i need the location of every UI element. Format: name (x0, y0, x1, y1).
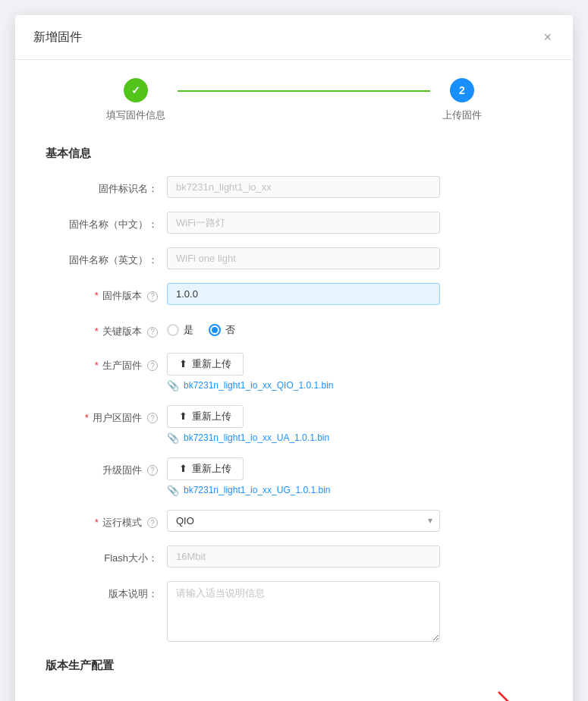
firmware-version-row: * 固件版本 ? (46, 283, 542, 305)
prod-firmware-control: ⬆ 重新上传 📎 bk7231n_light1_io_xx_QIO_1.0.1.… (167, 353, 440, 391)
prod-firmware-label: * 生产固件 ? (46, 353, 167, 373)
steps-container: ✓ 填写固件信息 2 上传固件 (46, 78, 542, 122)
step-2-label: 上传固件 (442, 108, 482, 122)
firmware-version-help-icon[interactable]: ? (147, 291, 158, 302)
step-2: 2 上传固件 (442, 78, 482, 122)
firmware-name-cn-input[interactable] (167, 212, 440, 234)
flash-size-label: Flash大小： (46, 545, 167, 566)
firmware-version-control (167, 283, 440, 305)
radio-no-circle (209, 324, 221, 336)
prod-firmware-upload-btn[interactable]: ⬆ 重新上传 (167, 353, 244, 376)
flash-size-control (167, 545, 440, 567)
firmware-id-control (167, 176, 440, 198)
step-1-label: 填写固件信息 (106, 108, 165, 122)
user-firmware-control: ⬆ 重新上传 📎 bk7231n_light1_io_xx_UA_1.0.1.b… (167, 405, 440, 444)
flash-size-input[interactable] (167, 545, 440, 567)
key-version-row: * 关键版本 ? 是 否 (46, 319, 542, 339)
firmware-version-label: * 固件版本 ? (46, 283, 167, 303)
paperclip-icon: 📎 (167, 380, 179, 391)
step-2-circle: 2 (450, 78, 474, 102)
firmware-name-cn-row: 固件名称（中文）： (46, 212, 542, 234)
section-prod-title: 版本生产配置 (46, 659, 542, 673)
section-basic-title: 基本信息 (46, 146, 542, 161)
paperclip-icon-3: 📎 (167, 485, 179, 496)
save-arrow-indicator (492, 686, 526, 702)
run-mode-help-icon[interactable]: ? (147, 517, 158, 528)
run-mode-select[interactable]: QIO DIO DOUT QOUT (167, 510, 440, 532)
firmware-name-cn-control (167, 212, 440, 234)
upgrade-firmware-file: 📎 bk7231n_light1_io_xx_UG_1.0.1.bin (167, 485, 440, 496)
version-desc-textarea[interactable] (167, 581, 440, 642)
firmware-name-cn-label: 固件名称（中文）： (46, 212, 167, 232)
paperclip-icon-2: 📎 (167, 432, 179, 444)
prod-firmware-row: * 生产固件 ? ⬆ 重新上传 📎 bk7231n_light1_io_xx_Q… (46, 353, 542, 391)
user-firmware-label: * 用户区固件 ? (46, 405, 167, 426)
run-mode-select-wrapper: QIO DIO DOUT QOUT (167, 510, 440, 532)
user-firmware-file: 📎 bk7231n_light1_io_xx_UA_1.0.1.bin (167, 432, 440, 444)
dialog-header: 新增固件 × (15, 15, 573, 60)
firmware-version-input[interactable] (167, 283, 440, 305)
upload-icon-3: ⬆ (179, 463, 187, 474)
key-version-control: 是 否 (167, 319, 440, 337)
upgrade-firmware-upload-btn[interactable]: ⬆ 重新上传 (167, 457, 244, 480)
firmware-id-label: 固件标识名： (46, 176, 167, 196)
step-2-symbol: 2 (459, 84, 465, 96)
firmware-id-input[interactable] (167, 176, 440, 198)
step-1-symbol: ✓ (131, 84, 140, 96)
run-mode-row: * 运行模式 ? QIO DIO DOUT QOUT (46, 510, 542, 532)
key-version-help-icon[interactable]: ? (147, 327, 158, 338)
upgrade-firmware-label: 升级固件 ? (46, 457, 167, 478)
version-desc-control (167, 581, 440, 645)
upgrade-firmware-help-icon[interactable]: ? (147, 465, 158, 476)
run-mode-label: * 运行模式 ? (46, 510, 167, 530)
step-line (178, 90, 430, 92)
step-1: ✓ 填写固件信息 (106, 78, 165, 122)
key-version-radio-group: 是 否 (167, 319, 440, 337)
user-firmware-row: * 用户区固件 ? ⬆ 重新上传 📎 bk7231n_light1_io_xx_… (46, 405, 542, 444)
flash-size-row: Flash大小： (46, 545, 542, 567)
firmware-name-en-control (167, 247, 440, 269)
dialog-body: ✓ 填写固件信息 2 上传固件 基本信息 固件标识名： (15, 60, 573, 701)
prod-firmware-file: 📎 bk7231n_light1_io_xx_QIO_1.0.1.bin (167, 380, 440, 391)
key-version-label: * 关键版本 ? (46, 319, 167, 339)
version-desc-label: 版本说明： (46, 581, 167, 602)
radio-no-dot (212, 327, 218, 333)
key-version-yes[interactable]: 是 (167, 323, 193, 337)
firmware-name-en-row: 固件名称（英文）： (46, 247, 542, 269)
upload-icon-2: ⬆ (179, 410, 187, 422)
svg-line-1 (498, 692, 518, 702)
step-1-circle: ✓ (124, 78, 148, 102)
user-firmware-help-icon[interactable]: ? (147, 413, 158, 423)
firmware-id-row: 固件标识名： (46, 176, 542, 198)
user-firmware-upload-btn[interactable]: ⬆ 重新上传 (167, 405, 244, 428)
close-button[interactable]: × (540, 27, 555, 47)
upgrade-firmware-row: 升级固件 ? ⬆ 重新上传 📎 bk7231n_light1_io_xx_UG_… (46, 457, 542, 496)
dialog-title: 新增固件 (33, 30, 82, 46)
upgrade-firmware-control: ⬆ 重新上传 📎 bk7231n_light1_io_xx_UG_1.0.1.b… (167, 457, 440, 496)
firmware-name-en-input[interactable] (167, 247, 440, 269)
firmware-name-en-label: 固件名称（英文）： (46, 247, 167, 268)
upload-icon: ⬆ (179, 358, 187, 369)
run-mode-control: QIO DIO DOUT QOUT (167, 510, 440, 532)
radio-yes-circle (167, 324, 179, 336)
prod-firmware-help-icon[interactable]: ? (147, 360, 158, 371)
key-version-no[interactable]: 否 (209, 323, 235, 337)
version-desc-row: 版本说明： (46, 581, 542, 645)
dialog: 新增固件 × ✓ 填写固件信息 2 上传固件 基本信息 (15, 15, 573, 701)
